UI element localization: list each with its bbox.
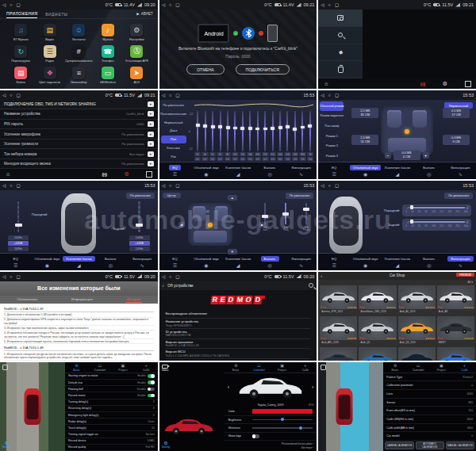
eq-band-knob[interactable] (196, 124, 200, 127)
svs-tab-camodel[interactable]: ▭Camodel (248, 362, 271, 373)
bass-value-box[interactable]: 100Hz (8, 235, 29, 240)
sub-slider[interactable]: Sub Gain (261, 203, 269, 230)
audio-tab[interactable]: Баланс◎ (413, 254, 445, 270)
svs-setting-row[interactable]: Radar delay(s)Close (65, 419, 158, 425)
eq-band-slider[interactable] (239, 111, 246, 151)
nav-circle-icon[interactable]: ○ (10, 183, 12, 188)
arrow-down-button[interactable]: ▼ (228, 249, 237, 254)
eq-preset[interactable]: Рок (161, 153, 186, 161)
app-tile[interactable]: ↻Перезагрузка (6, 43, 36, 64)
toggle-switch[interactable] (148, 374, 155, 378)
audio-tab[interactable]: Фильтрация∿ (286, 162, 317, 179)
model-setting-row[interactable]: Color (225, 408, 317, 416)
filter-knob[interactable] (410, 220, 413, 224)
dropdown-button[interactable]: ▾ (148, 132, 154, 137)
car-card[interactable]: Free★★★★★ (437, 347, 474, 361)
model-slider[interactable] (252, 427, 313, 429)
car-card[interactable]: Free★★★★★Aventus_ETR_2022 (320, 285, 357, 315)
default-button[interactable]: По умолчанию (444, 193, 473, 199)
eq-band-slider[interactable] (261, 111, 268, 151)
audio-tab[interactable]: Усиление басов◢ (222, 254, 255, 270)
svs-tab-calib[interactable]: +Calib (294, 362, 317, 373)
dialpad-tab[interactable]: ◆ (318, 44, 363, 62)
nav-square-icon[interactable]: ▢ (175, 93, 179, 97)
arrow-left-button[interactable]: ◀ (178, 222, 185, 227)
nav-square-icon[interactable]: ▢ (335, 2, 339, 7)
calibration-button[interactable]: AUTOMATIC CALIBRATION (416, 441, 444, 449)
delay-front-right[interactable]: 0.5 MS17 CM (443, 108, 470, 118)
surround-mode[interactable]: Режим 1 (320, 132, 344, 141)
eq-band-knob[interactable] (271, 127, 274, 130)
car-card[interactable]: Free★★★★★BMW7 (437, 316, 474, 346)
nav-square-icon[interactable]: ▢ (175, 183, 179, 188)
eq-band-slider[interactable] (232, 111, 239, 151)
car-card[interactable]: Free★★★★★Audi_Q5 (359, 316, 396, 346)
eq-band-slider[interactable] (254, 111, 261, 151)
delete-tab[interactable] (318, 61, 363, 78)
tab-applications[interactable]: ПРИЛОЖЕНИЯ (6, 10, 37, 18)
eq-band-knob[interactable] (226, 126, 230, 129)
eq-band-knob[interactable] (263, 128, 267, 131)
arrow-up-button[interactable]: ▲ (228, 195, 237, 201)
svs-setting-row[interactable]: Turning signal trigger onNo limit (65, 431, 158, 438)
audio-tab[interactable]: Фильтрация∿ (286, 254, 317, 270)
audio-tab[interactable]: EQ☰ (159, 162, 191, 179)
calib-setting-row[interactable]: Calib LEN(HG in mm)6000 (383, 415, 476, 424)
center-button[interactable]: Центр (163, 193, 181, 198)
prev-arrow[interactable]: ‹ (228, 384, 229, 390)
delay-rear-left[interactable]: 1.5 MS51 CM (351, 135, 378, 145)
svs-setting-row[interactable]: Record statusEnable (65, 392, 158, 399)
car-card[interactable]: Free★★★★★Audi_Q8_2019 (398, 316, 436, 346)
video-button[interactable]: Video (162, 365, 169, 372)
color-swatch[interactable] (252, 409, 313, 414)
eq-preset[interactable]: Поп (161, 136, 186, 143)
svs-tab-basic[interactable]: ⚙Basic (383, 362, 406, 373)
settings-row[interactable]: Название устройстваCarKit_blink▾ (0, 109, 158, 120)
audio-tab[interactable]: Усиление басов◢ (381, 254, 413, 270)
sub-slider[interactable]: Sub Freq (282, 203, 290, 230)
app-tile[interactable]: ♪Музыка (94, 21, 123, 43)
search-icon[interactable] (309, 283, 313, 288)
calib-setting-row[interactable]: Pattern TypePattern2 (383, 373, 476, 382)
surround-mode[interactable]: Режим водителя (320, 112, 344, 121)
audio-tab[interactable]: Баланс◎ (254, 162, 286, 179)
audio-tab[interactable]: Объёмный звук◉ (190, 162, 222, 179)
delay-rear-right[interactable]: 0.3 MS9 CM (443, 135, 470, 145)
eq-band-slider[interactable] (299, 111, 306, 151)
about-row[interactable]: ID устройства8A8132D552E577A (166, 329, 311, 339)
apps-icon[interactable] (147, 172, 152, 177)
app-tile[interactable]: ▤Файлы (6, 64, 36, 86)
eq-band-knob[interactable] (293, 128, 297, 131)
svs-tab-project[interactable]: ▣Project (111, 362, 134, 373)
next-arrow[interactable]: › (312, 384, 313, 390)
app-tile[interactable]: ⒶУстановщик APK (122, 43, 152, 64)
audio-tab[interactable]: Усиление басов◢ (222, 162, 255, 179)
get-more-link[interactable]: Get more › (301, 446, 314, 449)
model-setting-row[interactable]: Shininess (225, 424, 317, 432)
nav-circle-icon[interactable]: ○ (328, 183, 331, 188)
eq-band-slider[interactable] (224, 111, 231, 151)
sub-slider-knob[interactable] (262, 215, 268, 218)
svs-tab-project[interactable]: ▣Project (271, 362, 294, 373)
back-icon[interactable]: ‹ (163, 284, 164, 288)
eq-band-slider[interactable] (306, 111, 313, 151)
toggle-switch[interactable] (252, 434, 259, 438)
svs-tab-camodel[interactable]: ▭Camodel (88, 362, 111, 373)
audio-tab[interactable]: EQ☰ (159, 254, 191, 270)
default-button[interactable]: По умолчанию (126, 193, 155, 199)
nav-back-icon[interactable]: ◁ (2, 274, 6, 279)
nav-circle-icon[interactable]: ○ (169, 183, 171, 188)
bass-value-box[interactable]: +12DB (129, 241, 150, 246)
app-tile[interactable]: ☎Телефон (94, 43, 123, 64)
eq-preset[interactable]: Пользовательские (161, 110, 186, 118)
nav-square-icon[interactable]: ▢ (175, 274, 179, 279)
home-icon[interactable]: ⌂ (324, 81, 328, 86)
nav-circle-icon[interactable]: ○ (10, 93, 12, 97)
eq-preset[interactable]: Джаз (161, 127, 186, 135)
nav-back-icon[interactable]: ◁ (2, 2, 6, 7)
eq-band-knob[interactable] (286, 125, 290, 128)
eq-band-slider[interactable] (209, 111, 217, 151)
calib-setting-row[interactable]: Front offset(EG in mm)150 (383, 407, 476, 415)
audio-tab[interactable]: EQ☰ (318, 162, 350, 179)
eq-band-slider[interactable] (194, 111, 202, 151)
